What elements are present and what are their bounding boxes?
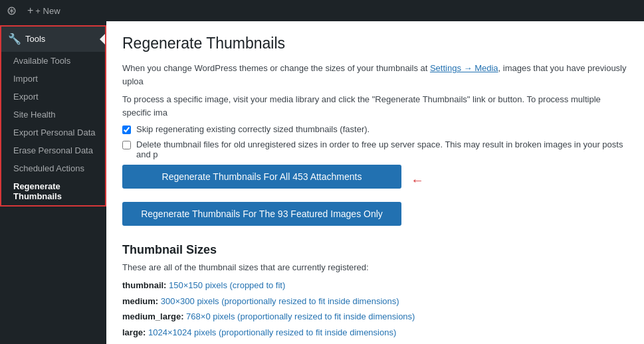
top-bar: ⊛ + + New <box>0 0 644 21</box>
size-medium-large-dims: 768×0 pixels (proportionally resized to … <box>186 311 415 321</box>
layout: 🔧 Tools Available Tools Import Export Si… <box>0 21 644 344</box>
size-medium: medium: 300×300 pixels (proportionally r… <box>122 295 628 308</box>
arrow-left-icon: ← <box>411 173 424 188</box>
btn1-row: Regenerate Thumbnails For All 453 Attach… <box>122 165 628 195</box>
btn2-row: Regenerate Thumbnails For The 93 Feature… <box>122 202 628 232</box>
description-1: When you change WordPress themes or chan… <box>122 62 628 88</box>
sidebar-arrow-icon <box>100 34 105 44</box>
sidebar-item-available-tools[interactable]: Available Tools <box>1 52 105 70</box>
tools-label: Tools <box>25 33 45 45</box>
sidebar-submenu: Available Tools Import Export Site Healt… <box>1 52 105 205</box>
sidebar-item-erase-personal-data[interactable]: Erase Personal Data <box>1 141 105 159</box>
new-label: + New <box>35 6 60 16</box>
size-thumbnail-dims: 150×150 pixels (cropped to fit) <box>169 280 285 290</box>
checkbox-skip-row: Skip regenerating existing correctly siz… <box>122 124 628 134</box>
plus-icon: + <box>27 5 33 17</box>
main-content: Regenerate Thumbnails When you change Wo… <box>106 21 644 344</box>
sidebar-item-export[interactable]: Export <box>1 88 105 106</box>
size-thumbnail-name: thumbnail: <box>122 280 166 290</box>
sidebar-item-scheduled-actions[interactable]: Scheduled Actions <box>1 159 105 177</box>
checkbox-delete-label: Delete thumbnail files for old unregiste… <box>136 139 628 159</box>
size-medium-name: medium: <box>122 296 158 306</box>
size-large-name: large: <box>122 327 146 337</box>
size-medium-large-name: medium_large: <box>122 311 183 321</box>
regenerate-featured-button[interactable]: Regenerate Thumbnails For The 93 Feature… <box>122 202 401 226</box>
size-large: large: 1024×1024 pixels (proportionally … <box>122 326 628 339</box>
thumbnail-sizes-heading: Thumbnail Sizes <box>122 243 628 257</box>
size-large-dims: 1024×1024 pixels (proportionally resized… <box>148 327 396 337</box>
sidebar-item-import[interactable]: Import <box>1 70 105 88</box>
checkbox-skip[interactable] <box>122 126 131 134</box>
sidebar-item-export-personal-data[interactable]: Export Personal Data <box>1 124 105 141</box>
page-title: Regenerate Thumbnails <box>122 35 628 52</box>
wp-logo-icon: ⊛ <box>7 3 17 18</box>
size-medium-large: medium_large: 768×0 pixels (proportional… <box>122 310 628 323</box>
sidebar-item-regenerate-thumbnails[interactable]: Regenerate Thumbnails <box>1 177 105 205</box>
sizes-intro: These are all of the thumbnail sizes tha… <box>122 262 628 272</box>
size-thumbnail: thumbnail: 150×150 pixels (cropped to fi… <box>122 279 628 292</box>
sidebar-item-site-health[interactable]: Site Health <box>1 106 105 124</box>
description-2: To process a specific image, visit your … <box>122 93 628 119</box>
sizes-list: thumbnail: 150×150 pixels (cropped to fi… <box>122 279 628 339</box>
sidebar: 🔧 Tools Available Tools Import Export Si… <box>0 21 106 344</box>
new-button[interactable]: + + New <box>27 5 60 17</box>
settings-media-link[interactable]: Settings → Media <box>430 63 498 73</box>
checkbox-skip-label: Skip regenerating existing correctly siz… <box>136 124 370 134</box>
sidebar-item-tools[interactable]: 🔧 Tools <box>1 27 105 52</box>
checkbox-delete-row: Delete thumbnail files for old unregiste… <box>122 139 628 159</box>
size-medium-dims: 300×300 pixels (proportionally resized t… <box>161 296 399 306</box>
checkbox-delete[interactable] <box>122 141 131 149</box>
regenerate-all-button[interactable]: Regenerate Thumbnails For All 453 Attach… <box>122 165 401 189</box>
tools-icon: 🔧 <box>8 32 20 46</box>
tools-section: 🔧 Tools Available Tools Import Export Si… <box>0 25 106 207</box>
